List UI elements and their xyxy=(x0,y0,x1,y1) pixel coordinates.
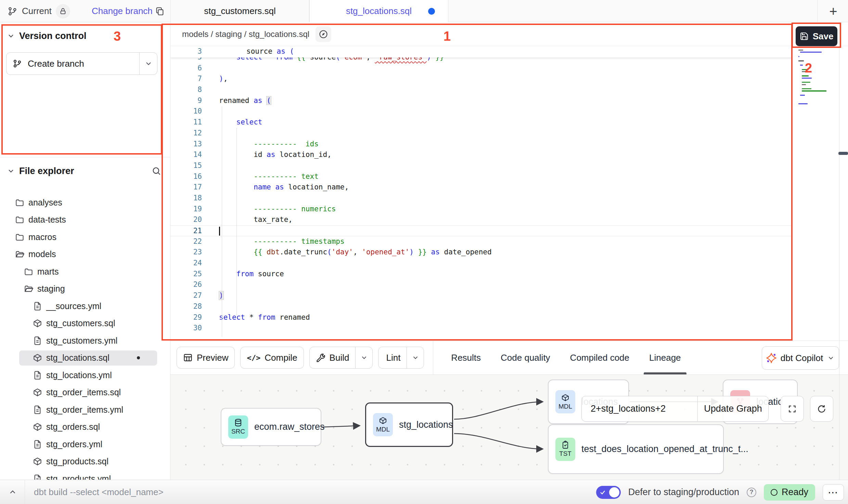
lineage-node-source[interactable]: SRC ecom.raw_stores xyxy=(221,408,321,446)
file-item-staging[interactable]: staging xyxy=(0,281,170,296)
code-line-8: 8 xyxy=(170,84,792,95)
chevron-down-icon[interactable] xyxy=(7,167,15,175)
git-branch-icon xyxy=(13,59,22,68)
file-name: stg_locations.yml xyxy=(46,370,112,380)
tabstrip-divider xyxy=(817,0,818,22)
tab-stg-locations-sql[interactable]: stg_locations.sql xyxy=(309,0,448,22)
code-line-23: 23 {{ dbt.date_trunc('day', 'opened_at')… xyxy=(170,247,792,258)
file-name: __sources.yml xyxy=(46,301,101,311)
file-item-__sources.yml[interactable]: __sources.yml xyxy=(0,299,170,314)
cube-icon xyxy=(33,422,42,432)
code-line-30: 30 xyxy=(170,323,792,334)
code-line-6: 6 xyxy=(170,63,792,74)
code-line-28: 28 xyxy=(170,301,792,312)
chevron-up-icon[interactable] xyxy=(8,488,17,496)
compass-icon[interactable] xyxy=(316,26,331,42)
file-item-data-tests[interactable]: data-tests xyxy=(0,212,170,227)
build-button[interactable]: Build xyxy=(309,347,373,369)
file-item-stg_orders.yml[interactable]: stg_orders.yml xyxy=(0,437,170,452)
create-branch-button[interactable]: Create branch xyxy=(6,52,157,75)
file-name: macros xyxy=(28,232,56,242)
lineage-graph[interactable]: SRC ecom.raw_stores MDL stg_locations xyxy=(170,375,848,480)
file-item-stg_order_items.yml[interactable]: stg_order_items.yml xyxy=(0,402,170,417)
status-badge[interactable]: Ready xyxy=(764,484,815,501)
database-icon xyxy=(234,419,242,427)
dbt-copilot-icon xyxy=(766,353,776,363)
chevron-down-icon[interactable] xyxy=(7,32,15,40)
file-item-stg_orders.sql[interactable]: stg_orders.sql xyxy=(0,420,170,435)
file-icon xyxy=(33,405,42,414)
wrench-icon xyxy=(316,353,325,362)
command-input[interactable]: dbt build --select <model_name> xyxy=(34,487,164,498)
change-branch-link[interactable]: Change branch xyxy=(92,0,153,22)
update-graph-button[interactable]: Update Graph xyxy=(698,403,768,414)
search-icon[interactable] xyxy=(152,166,161,176)
file-item-marts[interactable]: marts xyxy=(0,264,170,279)
file-item-stg_locations.sql[interactable]: stg_locations.sql xyxy=(19,350,157,366)
file-item-macros[interactable]: macros xyxy=(0,229,170,244)
folder-icon xyxy=(15,198,24,207)
lint-dropdown[interactable] xyxy=(407,347,424,368)
more-options-button[interactable]: ⋯ xyxy=(823,484,844,501)
breadcrumb: models / staging / stg_locations.sql xyxy=(182,29,309,39)
code-line-24: 24 xyxy=(170,258,792,269)
command-bar: dbt build --select <model_name> Defer to… xyxy=(0,480,848,504)
file-item-stg_customers.sql[interactable]: stg_customers.sql xyxy=(0,316,170,331)
file-name: stg_orders.sql xyxy=(46,422,100,432)
folder-icon xyxy=(24,267,33,276)
folder-open-icon xyxy=(15,250,24,259)
unsaved-dot xyxy=(428,8,435,15)
code-line-26: 26 xyxy=(170,279,792,290)
file-name: data-tests xyxy=(28,215,66,225)
file-item-stg_customers.yml[interactable]: stg_customers.yml xyxy=(0,333,170,348)
save-icon xyxy=(800,32,809,41)
current-branch[interactable]: Current xyxy=(8,0,70,22)
fullscreen-icon xyxy=(788,404,797,413)
code-line-9: 9renamed as ( xyxy=(170,95,792,106)
tab-stg-customers-sql[interactable]: stg_customers.sql xyxy=(170,0,309,22)
new-tab-button[interactable]: + xyxy=(824,2,843,21)
tab-compiled-code[interactable]: Compiled code xyxy=(570,341,629,374)
code-line-17: 17 name as location_name, xyxy=(170,182,792,193)
sticky-line: 3source as ( xyxy=(170,46,792,57)
refresh-button[interactable] xyxy=(810,396,833,422)
create-branch-dropdown[interactable] xyxy=(139,53,157,75)
file-item-stg_products.sql[interactable]: stg_products.sql xyxy=(0,454,170,469)
file-name: stg_products.sql xyxy=(46,456,108,466)
dbt-copilot-button[interactable]: dbt Copilot xyxy=(762,346,839,370)
lint-button[interactable]: Lint xyxy=(378,347,424,369)
preview-button[interactable]: Preview xyxy=(177,347,235,369)
file-name: stg_order_items.sql xyxy=(46,387,121,397)
lineage-node-test[interactable]: TST test_does_location_opened_at_trunc_t… xyxy=(548,424,724,474)
tab-code-quality[interactable]: Code quality xyxy=(501,341,550,374)
file-item-stg_order_items.sql[interactable]: stg_order_items.sql xyxy=(0,385,170,400)
fullscreen-button[interactable] xyxy=(781,396,804,422)
compile-button[interactable]: </> Compile xyxy=(240,347,304,369)
version-control-title: Version control xyxy=(19,31,87,41)
code-line-14: 14 id as location_id, xyxy=(170,149,792,160)
file-item-models[interactable]: models xyxy=(0,247,170,262)
help-icon[interactable]: ? xyxy=(747,488,756,497)
refresh-icon xyxy=(817,404,826,414)
editor-minimap[interactable] xyxy=(798,50,836,109)
cube-icon xyxy=(33,319,42,328)
file-item-stg_locations.yml[interactable]: stg_locations.yml xyxy=(0,368,170,383)
file-item-analyses[interactable]: analyses xyxy=(0,195,170,210)
lineage-node-stg-locations[interactable]: MDL stg_locations xyxy=(365,402,453,447)
panel-tabs: Results Code quality Compiled code Linea… xyxy=(451,341,681,374)
selector-input[interactable]: 2+stg_locations+2 xyxy=(582,403,697,414)
file-name: models xyxy=(28,249,56,259)
build-dropdown[interactable] xyxy=(355,347,372,368)
indent-guide xyxy=(236,128,237,315)
defer-label: Defer to staging/production xyxy=(628,487,739,498)
tab-results[interactable]: Results xyxy=(451,341,481,374)
version-control-section: Version control Create branch xyxy=(0,22,170,157)
panel-resize-handle[interactable] xyxy=(838,152,848,155)
code-line-19: 19 ---------- numerics xyxy=(170,204,792,215)
defer-toggle[interactable] xyxy=(596,486,621,499)
code-editor[interactable]: 5 select * from {{ source('ecom', 'raw_s… xyxy=(170,46,792,341)
tab-lineage[interactable]: Lineage xyxy=(649,341,681,374)
save-button[interactable]: Save xyxy=(796,26,837,46)
top-bar: Current Change branch stg_customers.sql … xyxy=(0,0,848,22)
copy-icon[interactable] xyxy=(153,5,166,18)
